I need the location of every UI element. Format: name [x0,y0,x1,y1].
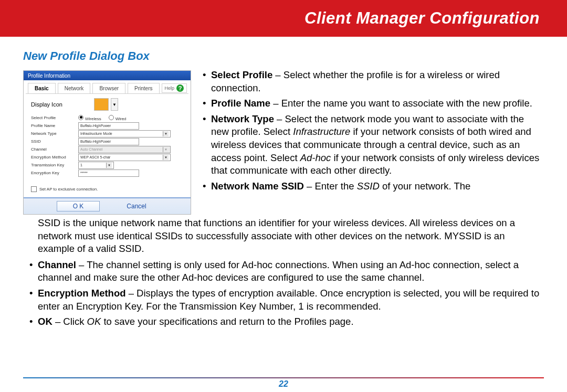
desc-network-type: Network Type – Select the network mode y… [203,113,544,177]
tab-basic[interactable]: Basic [28,83,56,93]
desc-ok: OK – Click OK to save your specification… [23,315,544,329]
display-icon-picker[interactable]: ▼ [94,98,118,111]
label-channel: Channel [31,147,78,152]
tab-network[interactable]: Network [58,83,91,93]
desc-select-profile-label: Select Profile [211,69,272,80]
chevron-down-icon: ▼ [163,131,169,136]
dialog-inner: Display Icon ▼ Select Profile Wireless W… [26,94,188,195]
desc-select-profile: Select Profile – Select whether the prof… [203,69,544,94]
input-profile-name[interactable]: Buffalo-HighPower [78,122,139,130]
desc-channel: Channel – The channel setting is only us… [23,259,544,284]
desc-ssid-first-line: Network Name SSID – Enter the SSID of yo… [203,180,544,193]
chevron-down-icon: ▼ [163,147,169,152]
desc-ok-text-a: – Click [52,316,87,327]
desc-ok-text-b: to save your specifications and return t… [101,316,353,327]
desc-network-type-label: Network Type [211,113,274,124]
header-banner: Client Manager Configuration [0,0,567,37]
label-ssid: SSID [31,139,78,144]
footer-divider [23,377,544,378]
desc-network-type-adhoc: Ad-hoc [300,152,331,163]
row-channel: Channel Auto Channel ▼ [31,145,183,153]
help-chip[interactable]: Help ? [162,83,187,93]
desc-ssid-text-a: – Enter the [304,181,357,192]
display-icon-thumb [94,98,109,111]
desc-encryption: Encryption Method – Displays the types o… [23,287,544,313]
desc-ssid-italic: SSID [357,181,380,192]
description-list-top: Select Profile – Select whether the prof… [203,69,544,193]
desc-profile-name: Profile Name – Enter the name you want t… [203,97,544,110]
label-encryption-method: Encryption Method [31,155,78,160]
select-network-type[interactable]: Infrastructure Mode ▼ [78,130,171,137]
row-exclusive-ap[interactable]: Set AP to exclusive connection. [31,186,183,192]
radio-wireless-label: Wireless [85,116,101,121]
dialog-body: Basic Network Browser Printers Help ? Di… [24,80,191,197]
select-transmission-key-value: 1 [80,163,82,167]
desc-ssid-label: Network Name SSID [211,181,304,192]
label-profile-name: Profile Name [31,123,78,128]
radio-dot-icon [78,115,83,120]
profile-dialog: Profile Information Basic Network Browse… [23,70,191,215]
row-network-type: Network Type Infrastructure Mode ▼ [31,130,183,137]
dialog-tabs: Basic Network Browser Printers Help ? [26,82,188,94]
ok-button[interactable]: O K [57,201,100,211]
section-title: New Profile Dialog Box [23,49,567,63]
input-encryption-key[interactable]: ***** [78,169,139,177]
desc-ok-italic: OK [87,316,101,327]
select-channel-value: Auto Channel [80,147,102,151]
checkbox-exclusive-ap-label: Set AP to exclusive connection. [39,187,98,192]
display-icon-label: Display Icon [31,101,62,108]
select-encryption-method-value: WEP ASCII 5-char [80,155,110,159]
row-encryption-key: Encryption Key ***** [31,169,183,177]
desc-ssid-continuation: SSID is the unique network name that fun… [38,217,544,256]
desc-profile-name-label: Profile Name [211,98,270,109]
desc-network-type-infra: Infrastructure [293,126,350,137]
label-network-type: Network Type [31,131,78,136]
display-icon-row: Display Icon ▼ [31,98,183,111]
description-list-bottom: Channel – The channel setting is only us… [23,259,544,329]
label-encryption-key: Encryption Key [31,171,78,175]
description-right: Select Profile – Select whether the prof… [203,69,544,195]
desc-channel-text: – The channel setting is only used for A… [38,259,519,283]
description-bottom: Channel – The channel setting is only us… [23,259,544,329]
page-footer: 22 [0,377,567,389]
tab-printers[interactable]: Printers [128,83,159,93]
select-encryption-method[interactable]: WEP ASCII 5-char ▼ [78,154,171,161]
desc-ssid-text-b: of your network. The [380,181,470,192]
row-profile-name: Profile Name Buffalo-HighPower [31,122,183,130]
tab-browser[interactable]: Browser [92,83,125,93]
label-transmission-key: Transmission Key [31,163,78,167]
radio-wired[interactable]: Wired [109,115,127,121]
radio-dot-icon [109,115,114,120]
header-title: Client Manager Configuration [304,9,540,28]
select-transmission-key[interactable]: 1 ▼ [78,162,114,169]
page-number: 22 [0,379,567,389]
chevron-down-icon: ▼ [163,155,169,160]
help-label: Help [165,86,175,91]
input-ssid[interactable]: Buffalo-HighPower [78,138,139,145]
chevron-down-icon: ▼ [106,163,112,168]
display-icon-dropdown-button[interactable]: ▼ [111,98,118,111]
row-transmission-key: Transmission Key 1 ▼ [31,161,183,169]
desc-profile-name-text: – Enter the name you want to associate w… [270,98,532,109]
select-channel: Auto Channel ▼ [78,146,171,153]
label-select-profile: Select Profile [31,115,78,120]
dialog-footer: O K Cancel [24,197,191,214]
desc-ok-label: OK [38,316,52,327]
cancel-button[interactable]: Cancel [116,202,158,211]
desc-encryption-label: Encryption Method [38,288,126,299]
radio-wireless[interactable]: Wireless [78,115,101,121]
row-encryption-method: Encryption Method WEP ASCII 5-char ▼ [31,153,183,161]
checkbox-icon [31,186,37,192]
select-profile-radio-group: Wireless Wired [78,115,127,121]
top-row: Profile Information Basic Network Browse… [23,70,544,215]
row-ssid: SSID Buffalo-HighPower [31,137,183,145]
radio-wired-label: Wired [116,116,127,121]
desc-channel-label: Channel [38,259,76,270]
row-select-profile: Select Profile Wireless Wired [31,114,183,122]
content-area: Profile Information Basic Network Browse… [0,70,567,329]
select-network-type-value: Infrastructure Mode [80,132,112,135]
dialog-titlebar: Profile Information [24,71,191,80]
help-icon: ? [176,84,184,92]
